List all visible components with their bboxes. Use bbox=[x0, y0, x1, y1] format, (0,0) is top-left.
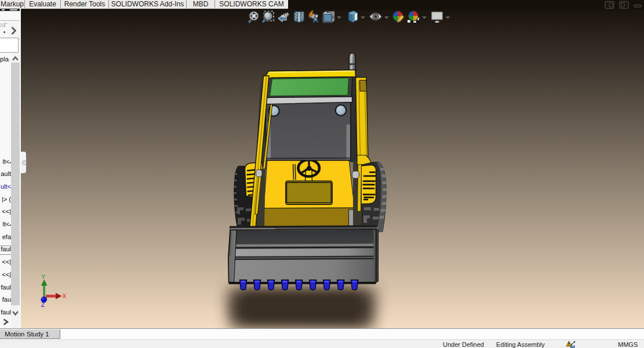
svg-text:Y: Y bbox=[42, 274, 46, 280]
svg-text:X: X bbox=[63, 293, 67, 299]
svg-text:Z: Z bbox=[41, 302, 45, 308]
svg-text:A: A bbox=[313, 15, 319, 24]
